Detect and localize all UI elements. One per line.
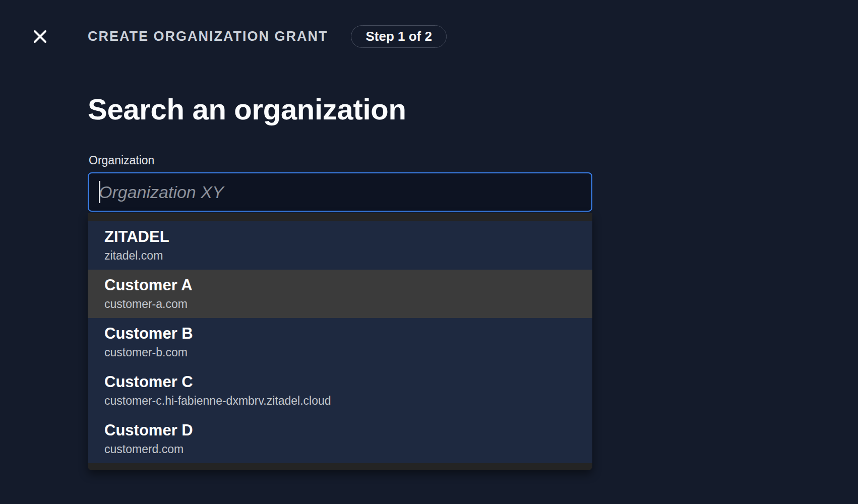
organization-autocomplete-panel: ZITADEL zitadel.com Customer A customer-…: [88, 213, 592, 470]
option-name: Customer A: [104, 276, 580, 294]
option-name: Customer D: [104, 421, 580, 439]
option-domain: customer-c.hi-fabienne-dxmbrv.zitadel.cl…: [104, 394, 580, 408]
organization-search-input[interactable]: [88, 172, 592, 212]
organization-input-wrap: [88, 172, 592, 212]
autocomplete-option-zitadel[interactable]: ZITADEL zitadel.com: [88, 221, 592, 270]
autocomplete-option-customer-d[interactable]: Customer D customerd.com: [88, 415, 592, 463]
autocomplete-option-customer-a[interactable]: Customer A customer-a.com: [88, 270, 592, 318]
drawer-header: CREATE ORGANIZATION GRANT Step 1 of 2: [30, 23, 838, 49]
option-name: ZITADEL: [104, 228, 580, 246]
option-name: Customer C: [104, 373, 580, 391]
option-domain: zitadel.com: [104, 249, 580, 263]
text-caret: [99, 181, 100, 203]
option-domain: customerd.com: [104, 443, 580, 457]
search-organization-heading: Search an organization: [88, 92, 406, 126]
option-domain: customer-b.com: [104, 346, 580, 360]
step-badge: Step 1 of 2: [351, 25, 446, 48]
close-button[interactable]: [30, 27, 49, 46]
close-icon: [32, 29, 48, 44]
autocomplete-option-customer-c[interactable]: Customer C customer-c.hi-fabienne-dxmbrv…: [88, 366, 592, 415]
organization-field-label: Organization: [89, 154, 154, 167]
create-org-grant-page: CREATE ORGANIZATION GRANT Step 1 of 2 Se…: [0, 0, 858, 504]
option-domain: customer-a.com: [104, 297, 580, 311]
autocomplete-option-customer-b[interactable]: Customer B customer-b.com: [88, 318, 592, 366]
option-name: Customer B: [104, 325, 580, 343]
page-title: CREATE ORGANIZATION GRANT: [88, 29, 328, 44]
